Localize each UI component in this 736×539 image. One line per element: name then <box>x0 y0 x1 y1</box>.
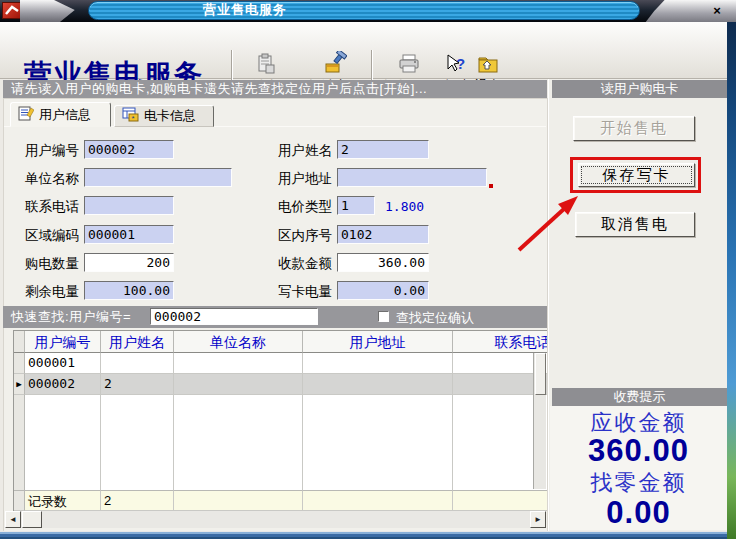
user-address-field[interactable] <box>337 168 487 187</box>
user-address-label: 用户地址 <box>278 170 332 188</box>
receivable-value: 360.00 <box>550 433 727 469</box>
table-vertical-scrollbar[interactable] <box>533 353 546 489</box>
tab-card-info[interactable]: * 电卡信息 <box>114 105 214 127</box>
col-header-user-id: 用户编号 <box>25 331 101 353</box>
table-row[interactable]: 000001 <box>14 353 547 374</box>
close-button[interactable]: × <box>705 2 729 19</box>
price-type-label: 电价类型 <box>278 198 332 216</box>
horizontal-scroll-thumb[interactable] <box>22 511 42 528</box>
horizontal-scroll-track[interactable] <box>42 511 530 528</box>
contact-phone-label: 联系电话 <box>25 198 79 216</box>
unit-name-label: 单位名称 <box>25 170 79 188</box>
cell-user-name <box>101 353 174 374</box>
scroll-left-button[interactable]: ◄ <box>5 511 21 528</box>
cell-user-name: 2 <box>101 374 174 395</box>
table-footer-row: 记录数 2 <box>14 490 547 511</box>
card-info-icon: * <box>122 107 139 125</box>
quick-search-input[interactable] <box>150 308 318 325</box>
cell-unit-name <box>174 374 303 395</box>
charge-panel-header: 收费提示 <box>552 388 727 406</box>
user-id-label: 用户编号 <box>25 142 79 160</box>
payment-amount-label: 收款金额 <box>278 255 332 273</box>
price-type-field[interactable] <box>337 196 375 215</box>
message-bar: 请先读入用户的购电卡,如购电卡遗失请先查找定位用户后点击[开始]... <box>3 80 547 98</box>
card-panel-header: 读用户购电卡 <box>552 80 727 98</box>
user-table: 用户编号 用户姓名 单位名称 用户地址 联系电话 000001 ▶ 000002… <box>13 330 547 511</box>
area-code-label: 区域编码 <box>25 227 79 245</box>
annotation-highlight-box <box>570 157 701 193</box>
window-titlebar: 营业售电服务 × <box>0 0 736 22</box>
cell-unit-name <box>174 353 303 374</box>
card-reader-tools-icon <box>323 49 347 75</box>
col-header-phone: 联系电话 <box>453 331 547 353</box>
remaining-power-field[interactable] <box>84 281 174 300</box>
write-card-power-field[interactable] <box>337 281 429 300</box>
unit-name-field[interactable] <box>84 168 232 187</box>
row-marker <box>14 353 25 374</box>
exit-folder-icon <box>477 49 499 75</box>
annotation-dot <box>489 184 493 188</box>
payment-amount-field[interactable] <box>337 253 429 272</box>
table-row-selected[interactable]: ▶ 000002 2 <box>14 374 547 395</box>
desktop-wallpaper-strip <box>727 22 736 539</box>
card-reader-icon <box>255 49 277 75</box>
tab-user-info[interactable]: 用户信息 <box>10 102 111 127</box>
cancel-sale-button[interactable]: 取消售电 <box>575 212 695 237</box>
remaining-power-label: 剩余电量 <box>25 283 79 301</box>
purchase-qty-field[interactable] <box>84 253 174 272</box>
cell-user-id: 000001 <box>25 353 101 374</box>
printer-icon <box>397 49 421 75</box>
record-count-value: 2 <box>101 490 174 511</box>
start-sale-button[interactable]: 开始售电 <box>573 116 695 141</box>
vertical-scroll-thumb[interactable] <box>535 353 546 395</box>
purchase-qty-label: 购电数量 <box>25 255 79 273</box>
area-seq-field[interactable] <box>337 225 429 244</box>
window-bottom-border <box>0 531 736 539</box>
price-rate-value: 1.800 <box>385 199 424 214</box>
change-label: 找零金额 <box>550 468 727 498</box>
area-code-field[interactable] <box>84 225 174 244</box>
user-name-label: 用户姓名 <box>278 142 332 160</box>
locate-confirm-checkbox[interactable] <box>378 311 389 322</box>
record-count-label: 记录数 <box>25 490 101 511</box>
annotation-arrow-icon <box>498 190 593 258</box>
tab-user-info-label: 用户信息 <box>39 106 91 124</box>
window-title: 营业售电服务 <box>88 1 640 20</box>
table-header-row: 用户编号 用户姓名 单位名称 用户地址 联系电话 <box>14 331 547 353</box>
cell-address <box>303 353 453 374</box>
table-header-selector <box>14 331 25 353</box>
help-cursor-icon: ? <box>444 49 468 75</box>
col-header-unit-name: 单位名称 <box>174 331 303 353</box>
contact-phone-field[interactable] <box>84 196 174 215</box>
write-card-power-label: 写卡电量 <box>278 283 332 301</box>
user-id-field[interactable] <box>84 140 174 159</box>
table-horizontal-scrollbar[interactable]: ◄ ► <box>5 511 546 528</box>
tab-card-info-label: 电卡信息 <box>144 107 196 125</box>
selected-row-marker-icon: ▶ <box>14 374 25 395</box>
user-name-field[interactable] <box>337 140 429 159</box>
scroll-right-button[interactable]: ► <box>530 511 546 528</box>
app-window: 营业售电服务 × 营业售电服务 读卡 设读卡器 打印发票 <box>0 0 736 539</box>
svg-text:*: * <box>132 114 135 123</box>
area-seq-label: 区内序号 <box>278 227 332 245</box>
user-info-icon <box>18 106 34 124</box>
cell-address <box>303 374 453 395</box>
col-header-user-name: 用户姓名 <box>101 331 174 353</box>
app-logo-icon <box>2 2 22 19</box>
toolbar: 营业售电服务 读卡 设读卡器 打印发票 ? 帮助 <box>0 22 736 79</box>
quick-search-label: 快速查找:用户编号= <box>11 308 131 326</box>
titlebar-swoosh-left <box>20 0 94 22</box>
cell-user-id: 000002 <box>25 374 101 395</box>
change-value: 0.00 <box>550 495 727 531</box>
table-empty-area <box>14 395 547 490</box>
locate-confirm-label: 查找定位确认 <box>396 309 474 327</box>
col-header-address: 用户地址 <box>303 331 453 353</box>
